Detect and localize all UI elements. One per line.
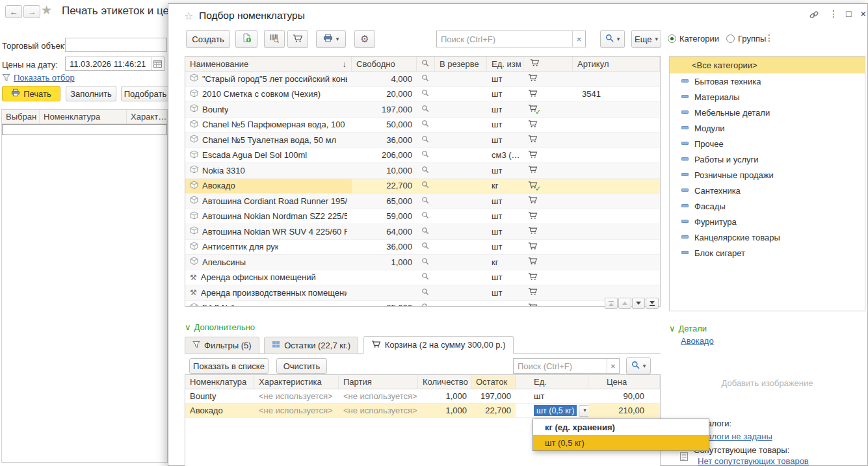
stock-detail-icon[interactable] xyxy=(421,89,429,99)
item-row[interactable]: ⚒ Аренда производственных помещений шт xyxy=(185,285,660,301)
pick-button[interactable]: Подобрать xyxy=(121,86,170,101)
categories-menu-dots-icon[interactable]: ⋮ xyxy=(765,32,774,43)
add-to-cart-icon[interactable] xyxy=(528,226,538,237)
add-to-cart-icon[interactable] xyxy=(528,272,538,283)
column-header-characteristic[interactable]: Характеристика xyxy=(254,375,339,389)
trade-object-input[interactable] xyxy=(66,40,166,50)
column-header-characteristic[interactable]: Характ… xyxy=(127,110,167,123)
extra-tab[interactable]: Корзина (2 на сумму 300,00 р.) xyxy=(363,336,514,354)
item-row[interactable]: Автошина Cordiant Road Runner 195/65R15 … xyxy=(185,194,660,209)
item-row[interactable]: ⚒ Аренда офисных помещений шт xyxy=(185,270,660,286)
column-header-quantity[interactable]: Количество xyxy=(418,375,471,389)
search-options-button[interactable]: ▾ xyxy=(600,30,625,48)
column-header-free[interactable]: Свободно xyxy=(352,57,417,71)
column-header-rest[interactable]: Остаток xyxy=(471,375,516,389)
favorite-star-icon[interactable]: ★ xyxy=(41,3,52,18)
unit-dropdown-button[interactable]: ▾ xyxy=(579,405,588,417)
item-row[interactable]: Апельсины 1,000 кг xyxy=(185,255,660,270)
item-row[interactable]: Антисептик для рук 36,000 шт xyxy=(185,240,660,255)
add-to-cart-icon[interactable] xyxy=(528,89,538,99)
column-header-price[interactable]: Цена xyxy=(588,375,660,389)
nav-forward-button[interactable]: → xyxy=(23,5,40,18)
item-row[interactable]: Chanel №5 Парфюмерная вода, 100 мл 50,00… xyxy=(185,118,660,133)
add-to-cart-icon[interactable] xyxy=(528,135,538,145)
item-row[interactable]: Авокадо 22,700 кг ✓ xyxy=(185,179,660,194)
stock-detail-icon[interactable] xyxy=(421,288,429,298)
item-row[interactable]: Escada Agua Del Sol 100ml 206,000 см3 (… xyxy=(185,148,660,164)
column-header-cart[interactable] xyxy=(523,57,573,71)
stock-detail-icon[interactable] xyxy=(421,196,429,206)
category-item[interactable]: Канцелярские товары xyxy=(670,229,865,245)
column-header-reserve[interactable]: В резерве xyxy=(435,57,487,71)
column-header-unit[interactable]: Ед. изм xyxy=(487,57,523,71)
stock-detail-icon[interactable] xyxy=(421,227,429,237)
cart-row[interactable]: Авокадо <не используется> <не использует… xyxy=(185,404,660,418)
category-item[interactable]: Мебельные детали xyxy=(670,105,865,120)
stock-detail-icon[interactable] xyxy=(421,135,429,145)
stock-detail-icon[interactable] xyxy=(421,211,429,221)
show-filter-link[interactable]: Показать отбор xyxy=(14,73,75,83)
close-icon[interactable]: × xyxy=(860,9,866,19)
groups-radio[interactable]: Группы xyxy=(726,34,766,44)
nav-back-button[interactable]: ← xyxy=(5,5,22,18)
extra-section-header[interactable]: ∨ Дополнительно xyxy=(185,322,255,332)
stock-detail-icon[interactable] xyxy=(421,166,429,175)
column-header-article[interactable]: Артикул xyxy=(573,57,660,71)
unit-edit-value[interactable]: шт (0,5 кг) xyxy=(534,405,577,416)
category-item[interactable]: <Все категории> xyxy=(670,57,865,73)
barcode-search-button[interactable] xyxy=(264,30,285,48)
category-item[interactable]: Бытовая техника xyxy=(670,73,865,89)
item-row[interactable]: БАД №1 35,000 шт xyxy=(185,301,660,307)
get-link-icon[interactable] xyxy=(809,10,819,21)
stock-detail-icon[interactable] xyxy=(421,242,429,252)
extra-tab[interactable]: Остатки (22,7 кг.) xyxy=(264,337,358,354)
favorite-star-outline-icon[interactable]: ☆ xyxy=(184,10,193,22)
add-to-cart-icon[interactable] xyxy=(528,165,538,175)
clear-cart-button[interactable]: Очистить xyxy=(276,358,327,374)
search-field[interactable]: × xyxy=(436,31,586,47)
add-to-cart-icon[interactable] xyxy=(528,150,538,161)
print-button[interactable]: Печать xyxy=(2,86,60,101)
unit-option[interactable]: шт (0,5 кг) xyxy=(533,435,709,450)
category-item[interactable]: Работы и услуги xyxy=(670,151,865,167)
stock-detail-icon[interactable] xyxy=(421,257,429,267)
print-dropdown-button[interactable]: ▾ xyxy=(316,30,346,48)
item-row[interactable]: Bounty 197,000 шт ✓ xyxy=(185,102,660,118)
item-row[interactable]: "Старый город"5 лет российский коньяк "М… xyxy=(185,71,660,87)
settings-button[interactable]: ⚙ xyxy=(354,30,375,48)
category-item[interactable]: Фурнитура xyxy=(670,214,865,229)
price-date-field[interactable] xyxy=(65,57,164,71)
categories-radio[interactable]: Категории xyxy=(668,34,719,44)
stock-detail-icon[interactable] xyxy=(421,150,429,160)
stock-detail-icon[interactable] xyxy=(421,303,429,307)
related-products-link[interactable]: Нет сопутствующих товаров xyxy=(698,456,809,466)
show-in-list-button[interactable]: Показать в списке xyxy=(189,358,269,374)
column-header-item[interactable]: Номенклатура xyxy=(40,110,127,123)
stock-detail-icon[interactable] xyxy=(421,272,429,282)
create-by-copy-button[interactable] xyxy=(235,30,257,48)
cart-search-input[interactable] xyxy=(514,361,607,371)
category-item[interactable]: Прочее xyxy=(670,136,865,151)
add-to-cart-icon[interactable] xyxy=(528,211,538,222)
cart-search-field[interactable]: × xyxy=(513,358,620,374)
add-image-placeholder[interactable]: Добавить изображение xyxy=(669,378,865,388)
add-to-cart-icon[interactable] xyxy=(528,73,538,84)
scroll-up-button[interactable] xyxy=(618,298,631,309)
add-to-cart-icon[interactable] xyxy=(528,242,538,252)
cart-search-options-button[interactable]: ▾ xyxy=(626,357,651,374)
extra-tab[interactable]: Фильтры (5) xyxy=(185,337,259,354)
unit-option[interactable]: кг (ед. хранения) xyxy=(533,419,709,435)
category-item[interactable]: Модули xyxy=(670,120,865,136)
details-section-header[interactable]: ∨ Детали xyxy=(669,324,707,333)
category-item[interactable]: Розничные продажи xyxy=(670,167,865,183)
category-item[interactable]: Материалы xyxy=(670,89,865,105)
item-row[interactable]: 2010 Сметка с совком (Чехия) 20,000 шт 3… xyxy=(185,87,660,103)
add-to-cart-icon[interactable] xyxy=(528,196,538,206)
scroll-to-bottom-button[interactable] xyxy=(646,298,659,309)
stock-detail-icon[interactable] xyxy=(421,105,429,114)
column-header-batch[interactable]: Партия xyxy=(339,375,418,389)
clear-search-icon[interactable]: × xyxy=(607,359,619,373)
maximize-icon[interactable]: □ xyxy=(846,9,851,18)
item-row[interactable]: Автошина Nokian Nordman SZ2 225/55R17 1…… xyxy=(185,209,660,225)
column-header-selected[interactable]: Выбран xyxy=(2,110,40,123)
